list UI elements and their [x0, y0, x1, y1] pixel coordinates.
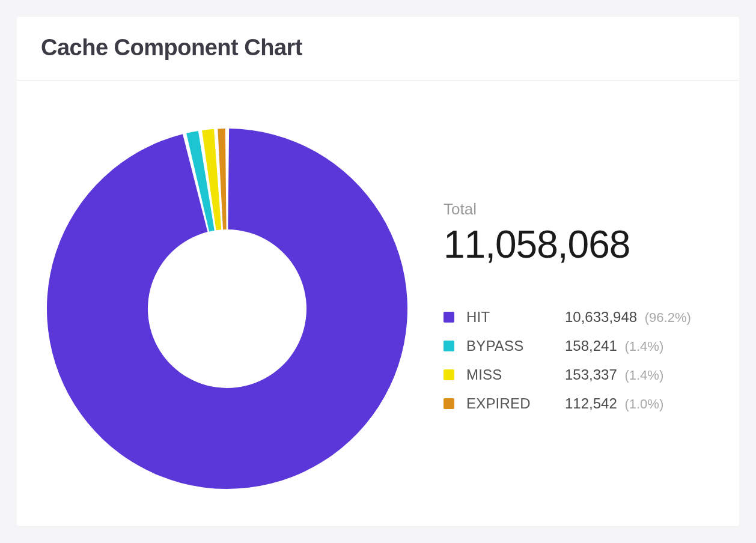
legend-pct-expired: (1.0%)	[624, 396, 663, 411]
legend-swatch-bypass	[444, 341, 454, 351]
legend-value-expired: 112,542 (1.0%)	[565, 395, 715, 412]
legend-value-hit-num: 10,633,948	[565, 309, 637, 325]
donut-svg	[35, 105, 407, 501]
legend-value-bypass: 158,241 (1.4%)	[565, 338, 715, 354]
legend-value-hit: 10,633,948 (96.2%)	[565, 309, 715, 326]
legend-value-expired-num: 112,542	[565, 395, 617, 411]
legend-name-expired: EXPIRED	[466, 395, 556, 412]
legend-value-miss: 153,337 (1.4%)	[565, 366, 715, 383]
cache-component-card: Cache Component Chart Total 11,058,068 H…	[17, 17, 739, 526]
total-value: 11,058,068	[444, 222, 715, 267]
legend-swatch-expired	[444, 398, 454, 409]
legend-name-miss: MISS	[466, 366, 556, 383]
legend-swatch-hit	[444, 312, 454, 323]
legend-list: HIT 10,633,948 (96.2%) BYPASS 158,241 (1…	[444, 309, 715, 412]
card-header: Cache Component Chart	[17, 17, 739, 80]
legend-name-bypass: BYPASS	[466, 338, 556, 354]
legend-pct-bypass: (1.4%)	[624, 339, 663, 354]
card-body: Total 11,058,068 HIT 10,633,948 (96.2%) …	[17, 80, 739, 525]
legend-pct-hit: (96.2%)	[645, 310, 691, 325]
legend-swatch-miss	[444, 369, 454, 380]
donut-chart	[35, 105, 407, 501]
stats-area: Total 11,058,068 HIT 10,633,948 (96.2%) …	[444, 194, 715, 412]
donut-slice-hit	[47, 129, 407, 489]
legend-name-hit: HIT	[466, 309, 556, 326]
legend-value-miss-num: 153,337	[565, 366, 617, 383]
total-label: Total	[444, 200, 715, 219]
card-title: Cache Component Chart	[41, 35, 715, 61]
legend-pct-miss: (1.4%)	[624, 368, 663, 383]
legend-value-bypass-num: 158,241	[565, 338, 617, 354]
